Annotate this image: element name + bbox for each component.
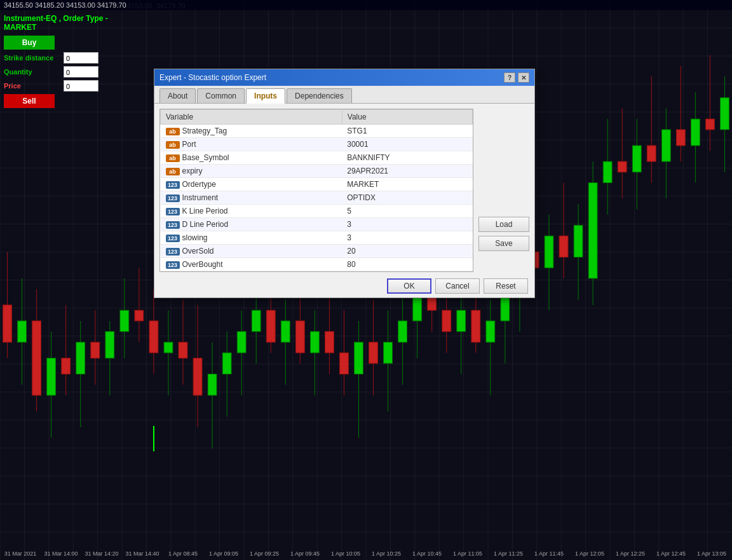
ok-button[interactable]: OK (387, 278, 431, 294)
type-badge: 123 (166, 181, 180, 189)
tab-bar: About Common Inputs Dependencies (154, 86, 534, 104)
variable-value[interactable]: 3 (342, 218, 472, 231)
variable-name: Base_Symbol (182, 153, 229, 162)
variable-value[interactable]: MARKET (342, 178, 472, 191)
table-row[interactable]: 123OverSold20 (161, 245, 473, 258)
time-label: 1 Apr 10:05 (325, 550, 366, 557)
price-value[interactable]: 0 (64, 80, 98, 92)
col-variable: Variable (161, 110, 342, 125)
variable-name: expiry (182, 167, 203, 175)
variable-name: OverBought (182, 260, 223, 269)
side-buttons: Load Save (478, 109, 529, 272)
time-label: 1 Apr 12:05 (569, 550, 610, 557)
load-button[interactable]: Load (478, 217, 529, 232)
tab-common[interactable]: Common (197, 88, 245, 103)
time-label: 31 Mar 2021 (0, 550, 41, 557)
table-row[interactable]: 123OverBought80 (161, 258, 473, 271)
time-label: 1 Apr 10:45 (407, 550, 447, 557)
table-row[interactable]: abStrategy_TagSTG1 (161, 125, 473, 138)
dialog-footer: OK Cancel Reset (154, 275, 534, 297)
variable-value[interactable]: 5 (342, 205, 472, 218)
type-badge: 123 (166, 195, 180, 202)
variable-name: D Line Period (182, 220, 229, 229)
table-row[interactable]: 123K Line Period5 (161, 205, 473, 218)
time-label: 31 Mar 14:00 (41, 550, 81, 557)
variable-value[interactable]: 30001 (342, 138, 472, 151)
symbol-info: 34155.50 34185.20 34153.00 34179.70 (4, 1, 126, 9)
time-label: 1 Apr 12:25 (610, 550, 651, 557)
type-badge: ab (166, 154, 180, 162)
params-table-container: Variable Value abStrategy_TagSTG1abPort3… (159, 109, 473, 272)
table-row[interactable]: 123D Line Period3 (161, 218, 473, 231)
variable-name: Port (182, 140, 196, 149)
type-badge: 123 (166, 248, 180, 256)
time-label: 1 Apr 10:25 (366, 550, 407, 557)
top-bar: 34155.50 34185.20 34153.00 34179.70 (0, 0, 732, 10)
params-table: Variable Value abStrategy_TagSTG1abPort3… (160, 109, 473, 271)
time-label: 1 Apr 09:45 (285, 550, 325, 557)
trading-panel: Instrument-EQ , Order Type -MARKET Buy S… (0, 11, 140, 109)
time-label: 1 Apr 09:25 (244, 550, 285, 557)
variable-name: slowing (182, 233, 208, 242)
time-label: 1 Apr 13:05 (691, 550, 732, 557)
panel-table: Strike distance 0 Quantity 0 Price 0 (0, 51, 133, 93)
variable-value[interactable]: OPTIDX (342, 191, 472, 205)
strike-distance-label: Strike distance (0, 54, 64, 62)
type-badge: 123 (166, 221, 180, 229)
tab-about[interactable]: About (159, 88, 196, 103)
col-value: Value (342, 110, 472, 125)
variable-value[interactable]: BANKNIFTY (342, 151, 472, 165)
time-label: 1 Apr 11:45 (529, 550, 569, 557)
time-axis: 31 Mar 202131 Mar 14:0031 Mar 14:2031 Ma… (0, 547, 732, 560)
variable-value[interactable]: 29APR2021 (342, 165, 472, 178)
type-badge: ab (166, 128, 180, 135)
table-row[interactable]: abexpiry29APR2021 (161, 165, 473, 178)
save-button[interactable]: Save (478, 236, 529, 251)
quantity-label: Quantity (0, 68, 64, 76)
expert-dialog: Expert - Stocastic option Expert ? ✕ Abo… (154, 69, 535, 298)
reset-button[interactable]: Reset (484, 278, 528, 294)
time-label: 1 Apr 11:05 (447, 550, 488, 557)
dialog-titlebar: Expert - Stocastic option Expert ? ✕ (154, 69, 534, 86)
variable-name: Ordertype (182, 180, 216, 189)
variable-name: Strategy_Tag (182, 126, 227, 135)
table-row[interactable]: abPort30001 (161, 138, 473, 151)
table-row[interactable]: 123InstrumentOPTIDX (161, 191, 473, 205)
variable-name: Instrument (182, 193, 219, 202)
type-badge: ab (166, 168, 180, 175)
table-row[interactable]: 123slowing3 (161, 231, 473, 245)
type-badge: 123 (166, 235, 180, 242)
time-label: 31 Mar 14:40 (122, 550, 163, 557)
strike-distance-value[interactable]: 0 (64, 52, 98, 64)
tab-inputs[interactable]: Inputs (246, 88, 285, 104)
quantity-value[interactable]: 0 (64, 66, 98, 78)
time-label: 1 Apr 08:45 (163, 550, 203, 557)
table-row[interactable]: abBase_SymbolBANKNIFTY (161, 151, 473, 165)
variable-value[interactable]: STG1 (342, 125, 472, 138)
time-label: 31 Mar 14:20 (81, 550, 122, 557)
help-button[interactable]: ? (504, 72, 515, 83)
variable-name: OverSold (182, 247, 214, 256)
variable-value[interactable]: 3 (342, 231, 472, 245)
footer-buttons: OK Cancel Reset (387, 278, 528, 294)
close-button[interactable]: ✕ (518, 72, 529, 83)
price-label: Price (0, 82, 64, 90)
type-badge: ab (166, 141, 180, 149)
time-label: 1 Apr 11:25 (488, 550, 529, 557)
time-label: 1 Apr 12:45 (651, 550, 691, 557)
variable-value[interactable]: 20 (342, 245, 472, 258)
buy-button[interactable]: Buy (4, 36, 55, 50)
time-label: 1 Apr 09:05 (203, 550, 244, 557)
dialog-title: Expert - Stocastic option Expert (159, 73, 266, 82)
variable-name: K Line Period (182, 207, 228, 215)
variable-value[interactable]: 80 (342, 258, 472, 271)
cancel-button[interactable]: Cancel (435, 278, 480, 294)
type-badge: 123 (166, 208, 180, 215)
instrument-label: Instrument-EQ , Order Type -MARKET (0, 11, 140, 34)
dialog-controls: ? ✕ (504, 72, 529, 83)
sell-button[interactable]: Sell (4, 94, 55, 108)
table-row[interactable]: 123OrdertypeMARKET (161, 178, 473, 191)
type-badge: 123 (166, 261, 180, 269)
tab-dependencies[interactable]: Dependencies (287, 88, 352, 103)
